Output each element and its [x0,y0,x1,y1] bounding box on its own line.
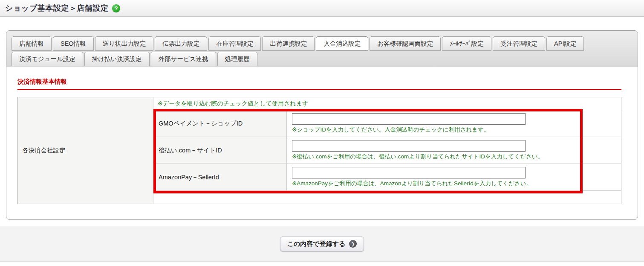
arrow-right-circle-icon: ❯ [349,240,357,248]
section-rule [17,89,621,90]
gmo-payment-shop-id-note: ※ショップIDを入力してください。入金消込時のチェックに利用されます。 [292,126,621,134]
tab-r1-6[interactable]: 入金消込設定 [316,36,368,51]
field-rows: GMOペイメント－ショップID※ショップIDを入力してください。入金消込時のチェ… [153,110,621,190]
amazonpay-seller-id-note: ※AmazonPayをご利用の場合は、Amazonより割り当てられたSeller… [292,180,621,187]
field-row-atobarai-com-site-id: 後払い.com－サイトID※後払い.comをご利用の場合は、後払い.comより割… [153,137,621,164]
tab-r1-3[interactable]: 伝票出力設定 [155,36,207,51]
tab-r2-0[interactable]: 決済モジュール設定 [12,52,83,66]
atobarai-com-site-id-main: ※後払い.comをご利用の場合は、後払い.comより割り当てられたサイトIDを入… [287,137,621,164]
tab-r1-5[interactable]: 出荷連携設定 [262,36,315,51]
submit-button-label: この内容で登録する [287,240,346,248]
tab-r2-3[interactable]: 処理履歴 [217,52,257,66]
gmo-payment-shop-id-input[interactable] [292,113,526,125]
tab-r2-1[interactable]: 掛け払い決済設定 [84,52,150,66]
tab-r1-0[interactable]: 店舗情報 [12,36,52,51]
help-icon[interactable]: ? [112,4,120,12]
amazonpay-seller-id-label: AmazonPay－SellerId [153,164,287,190]
page-header: ショップ基本設定＞店舗設定 ? [0,0,644,17]
top-note: ※データを取り込む際のチェック値として使用されます [153,97,621,110]
tab-r1-9[interactable]: 受注管理設定 [493,36,545,51]
footer-bar: この内容で登録する ❯ [0,226,644,262]
tab-r2-2[interactable]: 外部サービス連携 [151,52,216,66]
tab-r1-4[interactable]: 在庫管理設定 [208,36,261,51]
payment-settings-table: 各決済会社設定 ※データを取り込む際のチェック値として使用されます GMOペイメ… [17,97,621,204]
tab-r1-2[interactable]: 送り状出力設定 [95,36,154,51]
table-content-cell: ※データを取り込む際のチェック値として使用されます GMOペイメント－ショップI… [153,97,621,204]
field-row-amazonpay-seller-id: AmazonPay－SellerId※AmazonPayをご利用の場合は、Ama… [153,164,621,190]
settings-panel: 店舗情報SEO情報送り状出力設定伝票出力設定在庫管理設定出荷連携設定入金消込設定… [6,30,638,220]
field-row-gmo-payment-shop-id: GMOペイメント－ショップID※ショップIDを入力してください。入金消込時のチェ… [153,110,621,137]
tab-strip: 店舗情報SEO情報送り状出力設定伝票出力設定在庫管理設定出荷連携設定入金消込設定… [6,31,638,67]
atobarai-com-site-id-label: 後払い.com－サイトID [153,137,287,164]
group-label-cell: 各決済会社設定 [18,97,153,204]
tab-r1-7[interactable]: お客様確認画面設定 [370,36,441,51]
amazonpay-seller-id-main: ※AmazonPayをご利用の場合は、Amazonより割り当てられたSeller… [287,164,621,190]
gmo-payment-shop-id-main: ※ショップIDを入力してください。入金消込時のチェックに利用されます。 [287,110,621,137]
bottom-filler [153,190,621,204]
tab-row-1: 店舗情報SEO情報送り状出力設定伝票出力設定在庫管理設定出荷連携設定入金消込設定… [12,36,632,51]
tab-row-2: 決済モジュール設定掛け払い決済設定外部サービス連携処理履歴 [12,52,632,66]
section-title: 決済情報基本情報 [17,78,621,86]
tab-r1-10[interactable]: API設定 [546,36,584,51]
atobarai-com-site-id-input[interactable] [292,140,526,152]
panel-body: 決済情報基本情報 各決済会社設定 ※データを取り込む際のチェック値として使用され… [6,67,638,219]
atobarai-com-site-id-note: ※後払い.comをご利用の場合は、後払い.comより割り当てられたサイトIDを入… [292,153,621,161]
gmo-payment-shop-id-label: GMOペイメント－ショップID [153,110,287,137]
page-title: ショップ基本設定＞店舗設定 [5,3,108,13]
tab-r1-8[interactable]: ﾒｰﾙｻｰﾊﾞ設定 [442,36,491,51]
submit-button[interactable]: この内容で登録する ❯ [280,237,364,251]
amazonpay-seller-id-input[interactable] [292,167,526,178]
tab-r1-1[interactable]: SEO情報 [53,36,94,51]
